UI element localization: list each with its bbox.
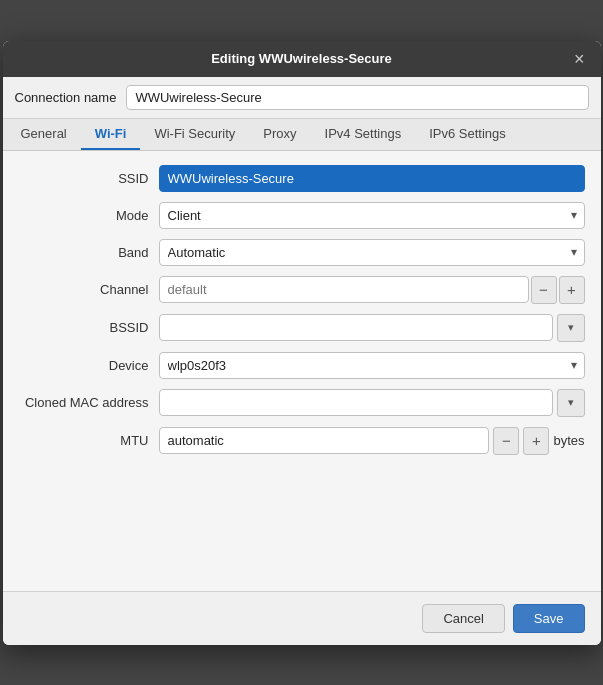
tab-general[interactable]: General <box>7 119 81 150</box>
mtu-group: − + bytes <box>159 427 585 455</box>
mtu-control: − + bytes <box>159 427 585 455</box>
bssid-input[interactable] <box>159 314 553 341</box>
device-control: wlp0s20f3 ▾ <box>159 352 585 379</box>
close-button[interactable]: × <box>568 48 591 70</box>
mtu-increment-button[interactable]: + <box>523 427 549 455</box>
band-select-wrap: Automatic ▾ <box>159 239 585 266</box>
device-row: Device wlp0s20f3 ▾ <box>19 352 585 379</box>
connection-name-input[interactable] <box>126 85 588 110</box>
mtu-input[interactable] <box>159 427 490 454</box>
mode-row: Mode Client ▾ <box>19 202 585 229</box>
bssid-control: ▾ <box>159 314 585 342</box>
channel-increment-button[interactable]: + <box>559 276 585 304</box>
tab-bar: General Wi-Fi Wi-Fi Security Proxy IPv4 … <box>3 119 601 151</box>
mtu-row: MTU − + bytes <box>19 427 585 455</box>
band-label: Band <box>19 245 159 260</box>
band-select[interactable]: Automatic <box>159 239 585 266</box>
cancel-button[interactable]: Cancel <box>422 604 504 633</box>
connection-name-row: Connection name <box>3 77 601 119</box>
device-select[interactable]: wlp0s20f3 <box>159 352 585 379</box>
mtu-decrement-button[interactable]: − <box>493 427 519 455</box>
footer: Cancel Save <box>3 591 601 645</box>
channel-row: Channel − + <box>19 276 585 304</box>
ssid-row: SSID <box>19 165 585 192</box>
tab-proxy[interactable]: Proxy <box>249 119 310 150</box>
device-label: Device <box>19 358 159 373</box>
tab-ipv6[interactable]: IPv6 Settings <box>415 119 520 150</box>
ssid-control <box>159 165 585 192</box>
channel-label: Channel <box>19 282 159 297</box>
channel-input[interactable] <box>159 276 529 303</box>
tab-wifi[interactable]: Wi-Fi <box>81 119 141 150</box>
cloned-mac-input[interactable] <box>159 389 553 416</box>
device-select-wrap: wlp0s20f3 ▾ <box>159 352 585 379</box>
channel-decrement-button[interactable]: − <box>531 276 557 304</box>
tab-content: SSID Mode Client ▾ Band <box>3 151 601 591</box>
bssid-dropdown-button[interactable]: ▾ <box>557 314 585 342</box>
channel-control: − + <box>159 276 585 304</box>
channel-spinner: − + <box>159 276 585 304</box>
main-window: Editing WWUwireless-Secure × Connection … <box>3 41 601 645</box>
mode-control: Client ▾ <box>159 202 585 229</box>
mode-select[interactable]: Client <box>159 202 585 229</box>
tab-wifi-security[interactable]: Wi-Fi Security <box>140 119 249 150</box>
mode-label: Mode <box>19 208 159 223</box>
cloned-mac-dropdown-button[interactable]: ▾ <box>557 389 585 417</box>
connection-name-label: Connection name <box>15 90 117 105</box>
window-title: Editing WWUwireless-Secure <box>211 51 392 66</box>
cloned-mac-label: Cloned MAC address <box>19 395 159 410</box>
ssid-input[interactable] <box>159 165 585 192</box>
cloned-mac-control: ▾ <box>159 389 585 417</box>
band-row: Band Automatic ▾ <box>19 239 585 266</box>
ssid-label: SSID <box>19 171 159 186</box>
titlebar: Editing WWUwireless-Secure × <box>3 41 601 77</box>
mtu-label: MTU <box>19 433 159 448</box>
save-button[interactable]: Save <box>513 604 585 633</box>
tab-ipv4[interactable]: IPv4 Settings <box>311 119 416 150</box>
bytes-label: bytes <box>553 433 584 448</box>
bssid-label: BSSID <box>19 320 159 335</box>
bssid-row: BSSID ▾ <box>19 314 585 342</box>
cloned-mac-row: Cloned MAC address ▾ <box>19 389 585 417</box>
mode-select-wrap: Client ▾ <box>159 202 585 229</box>
band-control: Automatic ▾ <box>159 239 585 266</box>
